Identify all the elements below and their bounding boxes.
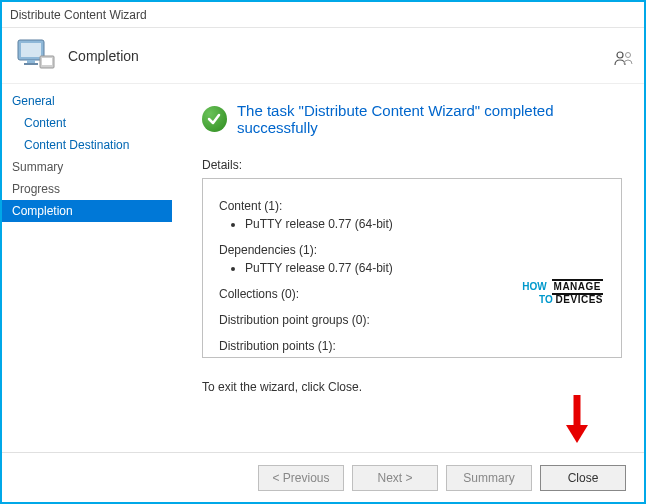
watermark: HOW MANAGE TO DEVICES (522, 279, 603, 305)
exit-instruction: To exit the wizard, click Close. (202, 380, 622, 394)
body: General Content Content Destination Summ… (2, 84, 644, 452)
sidebar-item-summary[interactable]: Summary (2, 156, 172, 178)
details-dp-item: CMMEMCM.MEMCM.COM (245, 355, 605, 358)
svg-rect-1 (21, 43, 41, 57)
summary-button: Summary (446, 465, 532, 491)
previous-button: < Previous (258, 465, 344, 491)
sidebar-item-general[interactable]: General (2, 90, 172, 112)
close-button[interactable]: Close (540, 465, 626, 491)
success-message: The task "Distribute Content Wizard" com… (237, 102, 622, 136)
svg-point-6 (617, 52, 623, 58)
sidebar-item-progress[interactable]: Progress (2, 178, 172, 200)
sidebar: General Content Content Destination Summ… (2, 84, 172, 452)
sidebar-item-content[interactable]: Content (2, 112, 172, 134)
svg-rect-3 (24, 63, 38, 65)
footer: < Previous Next > Summary Close (2, 452, 644, 502)
svg-rect-5 (42, 58, 52, 65)
success-check-icon (202, 106, 227, 132)
svg-point-7 (626, 53, 631, 58)
page-title: Completion (68, 48, 139, 64)
details-dp-title: Distribution points (1): (219, 337, 605, 355)
details-dpg-title: Distribution point groups (0): (219, 311, 605, 329)
svg-rect-2 (27, 60, 35, 63)
window-title: Distribute Content Wizard (10, 8, 147, 22)
content-pane: The task "Distribute Content Wizard" com… (172, 84, 644, 452)
details-dependencies-item: PuTTY release 0.77 (64-bit) (245, 259, 605, 277)
sidebar-item-content-destination[interactable]: Content Destination (2, 134, 172, 156)
sidebar-item-completion[interactable]: Completion (2, 200, 172, 222)
details-content-title: Content (1): (219, 197, 605, 215)
details-label: Details: (202, 158, 622, 172)
details-dependencies-title: Dependencies (1): (219, 241, 605, 259)
users-icon[interactable] (614, 50, 634, 69)
success-row: The task "Distribute Content Wizard" com… (202, 102, 622, 136)
details-box: Content (1): PuTTY release 0.77 (64-bit)… (202, 178, 622, 358)
titlebar: Distribute Content Wizard (2, 2, 644, 28)
details-content-item: PuTTY release 0.77 (64-bit) (245, 215, 605, 233)
wizard-window: Distribute Content Wizard Completion Gen… (0, 0, 646, 504)
next-button: Next > (352, 465, 438, 491)
header: Completion (2, 28, 644, 84)
computer-monitor-icon (16, 38, 56, 74)
